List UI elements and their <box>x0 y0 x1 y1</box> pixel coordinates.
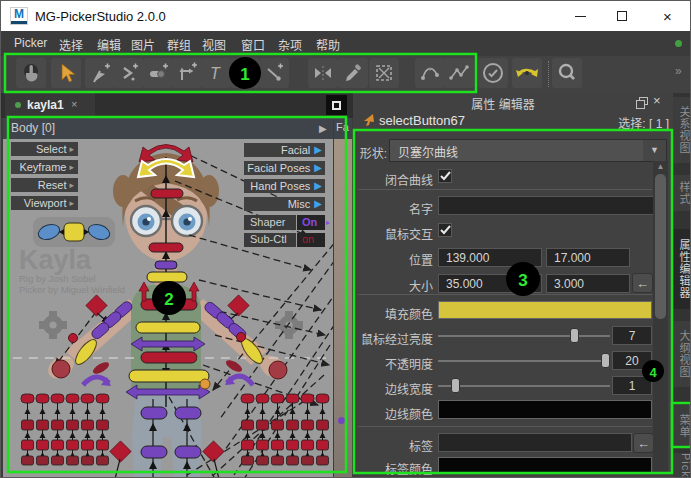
tab-relationship-view[interactable]: 关系视图 <box>673 97 691 163</box>
border-color-swatch[interactable] <box>438 400 652 419</box>
right-hand-button[interactable] <box>269 361 287 379</box>
arrow-left-icon: ← <box>636 276 649 291</box>
mouse-interact-checkbox[interactable] <box>438 223 452 237</box>
hand-tool-icon <box>19 61 43 85</box>
apply-check-button[interactable] <box>478 58 508 88</box>
right-elbow-button[interactable] <box>237 333 246 342</box>
menu-picker[interactable]: Picker <box>14 36 47 50</box>
closed-curve-checkbox[interactable] <box>438 169 452 183</box>
select-tool-button[interactable] <box>51 58 81 88</box>
separator <box>358 426 652 427</box>
picker-page-header[interactable]: Body [0] ▶ <box>3 118 333 139</box>
position-x-input[interactable]: 139.000 <box>438 248 542 267</box>
panel-close-icon[interactable]: × <box>653 93 661 108</box>
mirror-button[interactable] <box>308 58 338 88</box>
tab-outline-view[interactable]: 大纲视图 <box>673 321 691 387</box>
color-picker-button[interactable] <box>338 58 368 88</box>
menu-view[interactable]: 视图 <box>202 36 226 53</box>
subctl-label: Sub-Ctl <box>244 233 296 247</box>
hand-tool-button[interactable] <box>16 58 46 88</box>
tag-input[interactable] <box>438 433 632 452</box>
left-hand-button[interactable] <box>52 360 70 378</box>
tab-picker[interactable]: Picker <box>673 453 691 478</box>
arrow-left-icon: ← <box>637 436 650 451</box>
undo-redo-button[interactable] <box>512 58 542 88</box>
play-icon: ▶ <box>314 145 322 155</box>
opacity-value[interactable]: 20 <box>612 351 652 370</box>
left-elbow-button[interactable] <box>69 334 78 343</box>
scroll-up-icon[interactable]: ▲ <box>653 161 668 173</box>
menu-edit[interactable]: 编辑 <box>97 36 121 53</box>
svg-text:Picker by Miguel Winfield: Picker by Miguel Winfield <box>19 284 125 295</box>
polyline-tool-button[interactable] <box>444 58 474 88</box>
size-h-input[interactable]: 3.000 <box>546 274 630 293</box>
tab-close-icon[interactable]: × <box>71 98 77 110</box>
add-text-button[interactable]: T <box>201 58 231 88</box>
attribute-scrollbar[interactable]: ▲ <box>653 161 668 473</box>
node-type-icon <box>361 113 375 127</box>
hover-brightness-slider[interactable] <box>570 328 579 343</box>
curve-tool-button[interactable] <box>415 58 445 88</box>
add-select-button-button[interactable] <box>85 58 115 88</box>
menu-help[interactable]: 帮助 <box>316 36 340 53</box>
opacity-slider[interactable] <box>601 353 610 368</box>
menu-image[interactable]: 图片 <box>131 36 155 53</box>
tag-color-swatch[interactable] <box>438 457 652 473</box>
maximize-button[interactable] <box>603 1 641 31</box>
border-width-slider[interactable] <box>451 378 460 393</box>
chevron-right-icon: ▸ <box>69 145 74 154</box>
tab-attribute-editor[interactable]: 属性编辑器 <box>673 229 691 309</box>
size-reset-button[interactable]: ← <box>632 273 653 293</box>
size-w-input[interactable]: 35.000 <box>438 274 542 293</box>
menu-window[interactable]: 窗口 <box>241 36 265 53</box>
hip-offset-button[interactable] <box>200 379 210 389</box>
hover-brightness-track <box>438 335 610 337</box>
chest-top-button <box>147 272 187 282</box>
partial-page-header[interactable]: Fa <box>334 118 352 139</box>
border-width-track <box>438 385 610 387</box>
shape-dropdown[interactable]: 贝塞尔曲线 ▼ <box>389 139 667 162</box>
marquee-select-icon <box>373 62 395 84</box>
menu-group[interactable]: 群组 <box>167 36 191 53</box>
maya-app-icon: M <box>10 7 28 25</box>
spine-mid-button <box>136 322 200 333</box>
keyframe-menu-button[interactable]: Keyframe▸ <box>11 160 78 174</box>
tab-style[interactable]: 样式 <box>673 175 691 211</box>
viewport-menu-button[interactable]: Viewport▸ <box>11 196 78 210</box>
marquee-select-button[interactable] <box>369 58 399 88</box>
position-y-input[interactable]: 17.000 <box>546 248 630 267</box>
add-command-button-button[interactable] <box>114 58 144 88</box>
fill-color-swatch[interactable] <box>438 301 652 319</box>
panel-maximize-button[interactable] <box>326 95 347 115</box>
close-button[interactable]: × <box>643 1 691 31</box>
add-slider-button-button[interactable] <box>143 58 173 88</box>
title-bar: M MG-PickerStudio 2.0.0 × <box>1 1 691 31</box>
reset-menu-button[interactable]: Reset▸ <box>11 178 78 192</box>
page-expand-icon[interactable]: ▶ <box>319 118 327 139</box>
add-line-button[interactable] <box>259 58 289 88</box>
scrollbar-thumb[interactable] <box>655 174 666 319</box>
add-pose-button-button[interactable] <box>172 58 202 88</box>
add-shape-button-button[interactable] <box>230 58 260 88</box>
select-menu-button[interactable]: Select▸ <box>11 142 78 156</box>
menu-misc[interactable]: 杂项 <box>278 36 302 53</box>
tab-kayla1[interactable]: kayla1 × <box>5 93 95 118</box>
name-input[interactable] <box>438 196 654 215</box>
mirror-icon <box>312 62 334 84</box>
border-width-value[interactable]: 1 <box>612 376 652 395</box>
search-button[interactable] <box>552 58 582 88</box>
search-icon <box>555 61 579 85</box>
dock-window-icon[interactable] <box>636 97 649 109</box>
menu-select[interactable]: 选择 <box>59 36 83 53</box>
toolbar-overflow-chevron[interactable]: » <box>675 64 682 78</box>
border-width-label: 边线宽度 <box>303 380 433 397</box>
eye-control[interactable] <box>33 217 115 247</box>
minimize-button[interactable] <box>561 1 599 31</box>
tag-reset-button[interactable]: ← <box>633 433 654 453</box>
menu-bar: Picker 选择 编辑 图片 群组 视图 窗口 杂项 帮助 <box>1 31 691 56</box>
tab-menu[interactable]: 菜单 <box>673 405 691 447</box>
hover-brightness-value[interactable]: 7 <box>612 326 652 345</box>
eyedropper-icon <box>342 62 364 84</box>
keyframe-label: Keyframe <box>19 161 66 173</box>
facial-page-button[interactable]: Facial▶ <box>244 143 325 157</box>
